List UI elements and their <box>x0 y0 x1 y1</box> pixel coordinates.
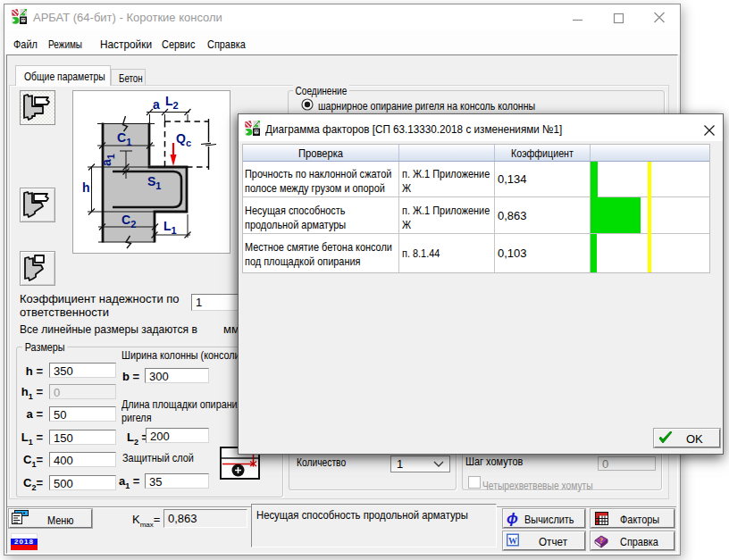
svg-text:a: a <box>153 97 160 112</box>
svg-text:?: ? <box>599 537 603 545</box>
svg-text:Qc: Qc <box>176 131 191 148</box>
svg-text:W: W <box>508 536 517 546</box>
svg-text:L2: L2 <box>165 94 179 111</box>
svg-text:L1: L1 <box>163 219 177 236</box>
svg-text:h: h <box>82 180 90 195</box>
